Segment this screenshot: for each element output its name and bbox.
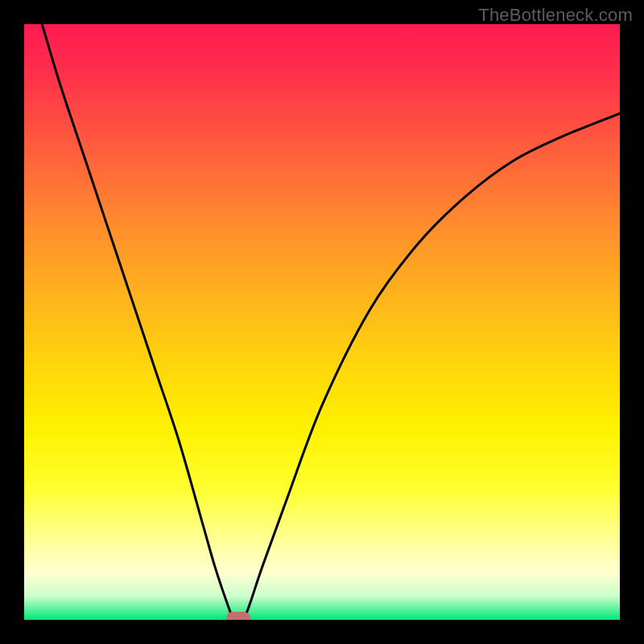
- minimum-marker: [226, 612, 250, 620]
- plot-area: [24, 24, 620, 620]
- bottleneck-curve: [24, 24, 620, 620]
- chart-frame: TheBottleneck.com: [0, 0, 644, 644]
- watermark-text: TheBottleneck.com: [478, 5, 633, 26]
